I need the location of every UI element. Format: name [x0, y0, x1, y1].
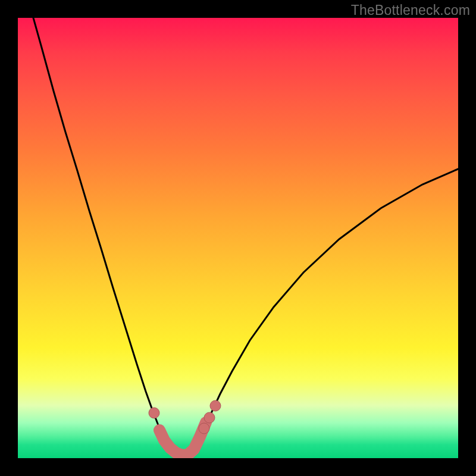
- outer-frame: TheBottleneck.com: [0, 0, 476, 476]
- plot-area: [18, 18, 458, 458]
- watermark-text: TheBottleneck.com: [351, 2, 470, 18]
